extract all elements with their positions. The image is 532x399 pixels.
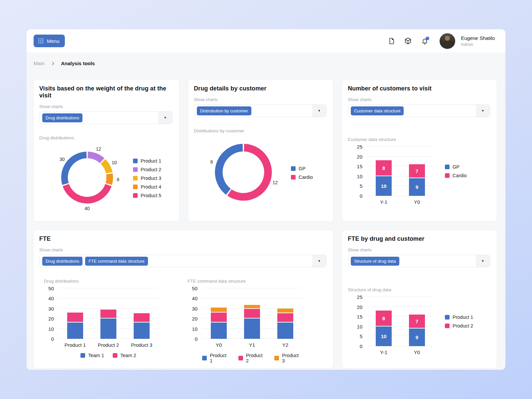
bar-chart-area: 0510152025108Y-197Y0GPCardio bbox=[348, 147, 490, 196]
x-category-label: Y0 bbox=[400, 199, 434, 205]
legend-label: Product 2 bbox=[141, 167, 161, 172]
donut-slice bbox=[219, 148, 243, 192]
chart-select[interactable]: Customer data structure ▼ bbox=[348, 104, 490, 117]
legend-item: Product 2 bbox=[238, 353, 266, 363]
chart-legend: Product 1Product 2Product 3 bbox=[202, 353, 302, 363]
legend-item: Cardio bbox=[291, 175, 313, 180]
legend-label: Product 2 bbox=[246, 353, 266, 363]
legend-swatch bbox=[445, 165, 450, 169]
y-tick-label: 40 bbox=[39, 296, 54, 301]
legend-swatch bbox=[445, 173, 450, 178]
bar-plot: 0510152025108Y-197Y0 bbox=[367, 147, 434, 196]
menu-button[interactable]: Menu bbox=[34, 35, 65, 47]
select-caret[interactable]: ▼ bbox=[158, 112, 172, 124]
bar bbox=[244, 305, 260, 339]
y-tick-label: 0 bbox=[39, 336, 54, 342]
bar-segment bbox=[67, 313, 83, 322]
chart-select[interactable]: Distrubution by customer ▼ bbox=[194, 104, 327, 117]
legend-swatch bbox=[445, 324, 450, 328]
x-category-label: Product 3 bbox=[125, 342, 158, 348]
chart-select[interactable]: Drug distributions ▼ bbox=[39, 111, 173, 124]
select-caret[interactable]: ▼ bbox=[312, 105, 326, 117]
legend-item: Product 2 bbox=[445, 323, 473, 329]
show-charts-label: Show charts bbox=[39, 104, 173, 109]
chart-legend: Product 1Product 2 bbox=[445, 315, 473, 329]
bar bbox=[67, 313, 83, 339]
y-tick-label: 5 bbox=[348, 333, 362, 339]
card-number-of-customers: Number of customers to visit Show charts… bbox=[342, 79, 497, 222]
chart-select[interactable]: Structure of drug data ▼ bbox=[348, 255, 490, 267]
y-tick-label: 0 bbox=[348, 193, 362, 199]
legend-swatch bbox=[238, 356, 243, 360]
gridline bbox=[59, 298, 158, 298]
bar-value-label: 10 bbox=[381, 183, 387, 189]
legend-label: Product 2 bbox=[453, 323, 473, 329]
legend-swatch bbox=[133, 176, 138, 181]
card-visits-by-drug-weight: Visits based on the weight of the drug a… bbox=[33, 79, 180, 222]
chart-legend: Product 1Product 2Product 3Product 4Prod… bbox=[133, 158, 161, 198]
legend-label: GP bbox=[299, 166, 306, 171]
legend-item: Product 1 bbox=[133, 158, 161, 164]
user-menu[interactable]: Eugene Shatilo Admin bbox=[440, 33, 495, 49]
bar-segment: 8 bbox=[376, 160, 392, 175]
bar-segment bbox=[277, 323, 293, 339]
bar-chart-area: 0510152025108Y-197Y0Product 1Product 2 bbox=[348, 297, 490, 346]
chart-subtitle: Distributions by customer bbox=[194, 128, 327, 133]
app-panel: Menu bbox=[27, 29, 505, 370]
bar-plot: 01020304050Product 1Product 2Product 3Te… bbox=[59, 288, 158, 339]
bar-segment bbox=[244, 309, 260, 318]
select-caret[interactable]: ▼ bbox=[476, 105, 490, 117]
legend-swatch bbox=[133, 193, 138, 198]
select-caret[interactable]: ▼ bbox=[312, 255, 326, 267]
donut-value-label: 8 bbox=[210, 159, 213, 165]
legend-label: Product 4 bbox=[141, 184, 161, 190]
bar-segment: 7 bbox=[409, 164, 425, 177]
bar bbox=[211, 308, 227, 339]
card-title: Visits based on the weight of the drug a… bbox=[39, 85, 173, 99]
main-content: Main Analysis tools Visits based on the … bbox=[27, 53, 505, 370]
donut-chart-area: 128GPCardio bbox=[194, 134, 327, 212]
y-tick-label: 15 bbox=[348, 314, 362, 320]
bar bbox=[100, 310, 116, 339]
legend-label: GP bbox=[453, 164, 460, 170]
bar: 108 bbox=[376, 160, 392, 196]
selected-chart-chip: Drug distributions bbox=[42, 113, 82, 122]
breadcrumb-main[interactable]: Main bbox=[34, 61, 45, 66]
selected-chart-chip: FTE command data structure bbox=[85, 257, 148, 266]
selected-chart-chip: Structure of drug data bbox=[351, 257, 399, 266]
y-tick-label: 15 bbox=[348, 164, 362, 169]
legend-swatch bbox=[133, 167, 138, 172]
legend-swatch bbox=[133, 185, 138, 189]
x-category-label: Y0 bbox=[202, 342, 235, 348]
caret-down-icon: ▼ bbox=[164, 116, 167, 119]
bar-segment: 8 bbox=[376, 311, 392, 326]
legend-swatch bbox=[274, 356, 279, 360]
y-tick-label: 50 bbox=[39, 286, 54, 291]
legend-item: Product 3 bbox=[274, 353, 302, 363]
gridline bbox=[59, 308, 158, 309]
legend-swatch bbox=[291, 166, 296, 171]
legend-swatch bbox=[80, 353, 85, 358]
donut-chart-area: 121084030Product 1Product 2Product 3Prod… bbox=[39, 141, 173, 215]
select-caret[interactable]: ▼ bbox=[476, 255, 490, 267]
bar-segment: 9 bbox=[409, 329, 425, 346]
chart-subtitle: Structure of drug data bbox=[348, 287, 490, 292]
donut-slice bbox=[88, 155, 102, 161]
bar-value-label: 9 bbox=[416, 184, 418, 190]
notification-bell-icon[interactable] bbox=[420, 37, 429, 45]
chart-legend: GPCardio bbox=[445, 164, 467, 178]
bar bbox=[134, 313, 150, 339]
bar-segment bbox=[100, 310, 116, 318]
package-icon[interactable] bbox=[404, 37, 412, 45]
donut-value-label: 40 bbox=[84, 206, 90, 211]
chart-select[interactable]: Drug distributions FTE command data stru… bbox=[39, 255, 327, 267]
document-icon[interactable] bbox=[387, 37, 396, 45]
y-tick-label: 30 bbox=[39, 306, 54, 312]
legend-swatch bbox=[113, 353, 117, 358]
donut-slice bbox=[229, 148, 268, 197]
selected-chart-chip: Customer data structure bbox=[351, 106, 404, 115]
avatar bbox=[440, 33, 455, 49]
bar-chart-area: 01020304050Product 1Product 2Product 3Te… bbox=[39, 288, 183, 339]
x-category-label: Y-1 bbox=[367, 199, 400, 205]
bar-segment: 9 bbox=[409, 178, 425, 196]
